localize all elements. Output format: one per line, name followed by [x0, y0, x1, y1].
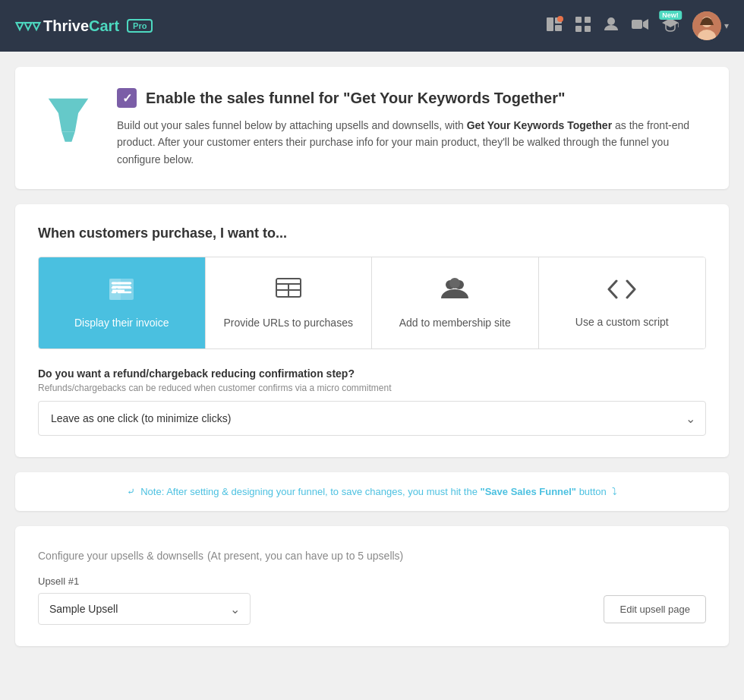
enable-content: ✓ Enable the sales funnel for "Get Your …: [117, 88, 706, 168]
layout-icon[interactable]: [547, 17, 562, 35]
svg-marker-15: [61, 132, 75, 142]
funnel-icon: [42, 92, 95, 145]
purchase-heading: When customers purchase, I want to...: [38, 225, 706, 241]
logo: ▿▿▿ ThriveCart: [15, 16, 119, 36]
edit-upsell-button[interactable]: Edit upsell page: [604, 595, 706, 623]
app-header: ▿▿▿ ThriveCart Pro: [0, 0, 744, 52]
avatar-image: [692, 11, 721, 40]
invoice-icon: [108, 277, 135, 307]
header-right: New! ▾: [547, 11, 729, 40]
option-urls[interactable]: Provide URLs to purchases: [206, 257, 373, 348]
note-chevron-right: ⤵: [612, 486, 617, 497]
upsell-select-wrap: Sample Upsell Another Upsell ⌄: [38, 593, 251, 625]
configure-heading: Configure your upsells & downsells (At p…: [38, 547, 706, 563]
refund-select[interactable]: Leave as one click (to minimize clicks) …: [38, 401, 706, 436]
avatar: [692, 11, 721, 40]
configure-heading-main: Configure your upsells & downsells: [38, 550, 203, 562]
product-name: Get Your Keywords Together: [351, 90, 558, 106]
option-membership[interactable]: Add to membership site: [372, 257, 539, 348]
configure-card: Configure your upsells & downsells (At p…: [15, 526, 729, 646]
svg-rect-20: [109, 279, 121, 300]
grid-icon[interactable]: [575, 17, 591, 36]
note-section: ⤶ Note: After setting & designing your f…: [15, 472, 729, 511]
avatar-chevron-icon: ▾: [724, 20, 729, 31]
logo-thrive: ThriveCart: [43, 17, 119, 35]
membership-icon: [440, 277, 470, 307]
check-icon: ✓: [122, 91, 132, 106]
option-script[interactable]: Use a custom script: [539, 257, 706, 348]
refund-section: Do you want a refund/chargeback reducing…: [38, 367, 706, 436]
option-script-label: Use a custom script: [575, 316, 669, 328]
refund-select-wrap: Leave as one click (to minimize clicks) …: [38, 401, 706, 436]
svg-rect-8: [632, 20, 642, 29]
enable-title: Enable the sales funnel for "Get Your Ke…: [146, 90, 565, 107]
enable-description: Build out your sales funnel below by att…: [117, 117, 706, 168]
note-text: ⤶ Note: After setting & designing your f…: [38, 486, 706, 497]
svg-rect-6: [585, 26, 591, 32]
graduation-icon[interactable]: New!: [662, 17, 679, 36]
enable-section: ✓ Enable the sales funnel for "Get Your …: [38, 88, 706, 168]
main-content: ✓ Enable the sales funnel for "Get Your …: [0, 52, 744, 676]
svg-marker-14: [49, 99, 89, 132]
enable-funnel-card: ✓ Enable the sales funnel for "Get Your …: [15, 67, 729, 189]
svg-point-37: [449, 278, 460, 289]
funnel-icon-wrap: [38, 88, 99, 149]
video-icon[interactable]: [632, 18, 648, 34]
enable-checkbox[interactable]: ✓: [117, 88, 137, 108]
option-urls-label: Provide URLs to purchases: [224, 317, 353, 329]
refund-label: Do you want a refund/chargeback reducing…: [38, 367, 706, 380]
notification-dot: [557, 16, 563, 22]
user-icon[interactable]: [604, 17, 618, 36]
user-avatar-wrapper[interactable]: ▾: [692, 11, 729, 40]
upsell-label: Upsell #1: [38, 575, 706, 587]
logo-icon: ▿▿▿: [15, 16, 40, 36]
purchase-options-card: When customers purchase, I want to...: [15, 204, 729, 457]
upsell-row: Sample Upsell Another Upsell ⌄ Edit upse…: [38, 593, 706, 625]
svg-rect-2: [555, 25, 562, 31]
header-left: ▿▿▿ ThriveCart Pro: [15, 16, 153, 36]
svg-point-7: [607, 17, 615, 25]
purchase-section: When customers purchase, I want to...: [38, 225, 706, 436]
svg-rect-5: [575, 26, 582, 32]
pro-badge: Pro: [127, 19, 153, 33]
product-name-bold: Get Your Keywords Together: [467, 119, 612, 131]
svg-rect-4: [585, 17, 591, 23]
script-icon: [607, 278, 636, 307]
urls-icon: [275, 277, 302, 307]
note-chevron-left: ⤶: [127, 486, 135, 497]
enable-header: ✓ Enable the sales funnel for "Get Your …: [117, 88, 706, 108]
svg-rect-3: [575, 17, 582, 23]
note-content: Note: After setting & designing your fun…: [140, 486, 607, 497]
option-membership-label: Add to membership site: [399, 317, 511, 329]
upsell-select[interactable]: Sample Upsell Another Upsell: [38, 593, 251, 625]
options-grid: Display their invoice Provide URLs to pu…: [38, 257, 706, 349]
new-badge: New!: [659, 11, 682, 20]
svg-rect-0: [547, 17, 553, 31]
option-invoice[interactable]: Display their invoice: [39, 257, 206, 348]
option-invoice-label: Display their invoice: [74, 317, 169, 329]
refund-sublabel: Refunds/chargebacks can be reduced when …: [38, 383, 706, 393]
configure-heading-sub: (At present, you can have up to 5 upsell…: [207, 550, 403, 562]
